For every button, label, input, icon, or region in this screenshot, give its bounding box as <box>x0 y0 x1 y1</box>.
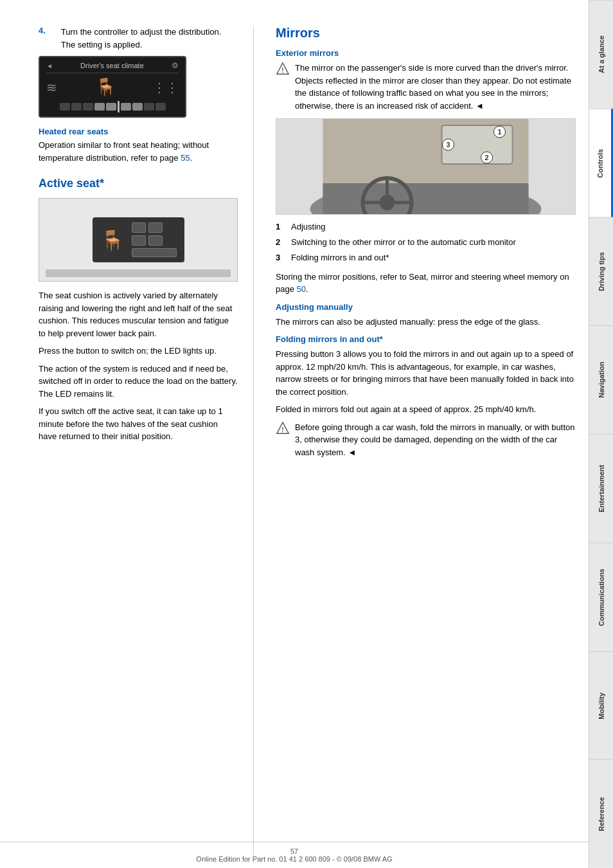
panel-btn-4 <box>148 235 163 246</box>
mirrors-heading: Mirrors <box>276 26 576 41</box>
active-seat-image: 🪑 <box>39 198 238 282</box>
step-number: 4. <box>39 26 46 51</box>
slider-seg-7 <box>132 103 143 111</box>
list-item-2: 2 Switching to the other mirror or to th… <box>276 237 576 248</box>
heated-rear-seats-link[interactable]: 55 <box>181 153 190 163</box>
folding-mirrors-text1: Pressing button 3 allows you to fold the… <box>276 348 576 398</box>
slider-seg-1 <box>60 103 70 111</box>
exterior-mirrors-warning: ! The mirror on the passenger's side is … <box>276 62 576 112</box>
list-item-1: 1 Adjusting <box>276 221 576 233</box>
panel-buttons <box>132 222 177 257</box>
panel-btn-wide <box>132 248 177 257</box>
adjusting-manually-heading: Adjusting manually <box>276 302 576 312</box>
side-seat: ⋮⋮ <box>153 80 179 95</box>
slider-seg-8 <box>144 103 154 111</box>
list-num-1: 1 <box>276 221 285 233</box>
seat-silhouette: 🪑 <box>95 77 116 97</box>
active-seat-body3: The action of the system is reduced and … <box>39 363 238 401</box>
sidebar-tab-at-a-glance[interactable]: At a glance <box>589 0 613 109</box>
right-column: Mirrors Exterior mirrors ! The mirror on… <box>269 26 576 855</box>
left-column: 4. Turn the controller to adjust the dis… <box>39 26 238 855</box>
slider-seg-2 <box>71 103 82 111</box>
panel-btn-3 <box>132 235 146 246</box>
footer-text: Online Edition for Part no. 01 41 2 600 … <box>196 855 392 863</box>
warning-triangle-icon-2: ! <box>276 421 290 435</box>
heat-icon-left: ≋ <box>46 80 57 95</box>
list-num-2: 2 <box>276 237 285 248</box>
warning-triangle-icon: ! <box>276 62 290 76</box>
exterior-mirrors-heading: Exterior mirrors <box>276 48 576 58</box>
sidebar-tab-communications[interactable]: Communications <box>589 543 613 651</box>
sidebar-tab-driving-tips[interactable]: Driving tips <box>589 217 613 326</box>
heated-rear-seats-heading: Heated rear seats <box>39 127 238 136</box>
heated-rear-seats-text: Operation similar to front seat heating;… <box>39 139 238 164</box>
svg-text:!: ! <box>281 426 283 433</box>
panel-btn-row-2 <box>132 235 177 246</box>
storing-link[interactable]: 50 <box>297 284 306 294</box>
active-seat-body1: The seat cushion is actively varied by a… <box>39 289 238 339</box>
display-title-bar: ◄ Driver's seat climate ⚙ <box>46 61 179 73</box>
panel-btn-2 <box>148 222 163 233</box>
display-main-row: ≋ 🪑 ⋮⋮ <box>46 77 179 97</box>
climate-display-image: ◄ Driver's seat climate ⚙ ≋ 🪑 ⋮⋮ <box>39 56 186 118</box>
svg-text:!: ! <box>281 67 283 74</box>
step-4-text: Turn the controller to adjust the distri… <box>61 27 222 37</box>
panel-bottom-bar <box>46 269 231 277</box>
svg-point-6 <box>380 195 395 210</box>
exterior-mirrors-warning-text: The mirror on the passenger's side is mo… <box>295 62 576 112</box>
page-footer: 57 Online Edition for Part no. 01 41 2 6… <box>0 842 589 868</box>
step-4-subtext: The setting is applied. <box>61 40 142 50</box>
column-divider <box>253 26 254 855</box>
active-seat-body4: If you switch off the active seat, it ca… <box>39 405 238 443</box>
display-settings-icon: ⚙ <box>172 61 179 70</box>
sidebar-tab-controls[interactable]: Controls <box>589 109 613 217</box>
sidebar-tab-reference[interactable]: Reference <box>589 759 613 868</box>
mirror-svg: 1 2 3 <box>276 119 575 214</box>
end-arrow-1: ◄ <box>475 101 484 111</box>
svg-rect-4 <box>323 183 529 214</box>
folding-mirrors-text2: Folded in mirrors fold out again at a sp… <box>276 403 576 416</box>
slider-seg-6 <box>121 103 131 111</box>
panel-btn-1 <box>132 222 146 233</box>
list-text-3: Folding mirrors in and out* <box>291 252 389 264</box>
svg-text:2: 2 <box>484 154 488 161</box>
end-arrow-2: ◄ <box>348 448 356 457</box>
sidebar: At a glance Controls Driving tips Naviga… <box>589 0 613 868</box>
list-text-1: Adjusting <box>291 221 325 233</box>
mirror-image: 1 2 3 <box>276 118 576 215</box>
numbered-list: 1 Adjusting 2 Switching to the other mir… <box>276 221 576 264</box>
list-item-3: 3 Folding mirrors in and out* <box>276 252 576 264</box>
sidebar-tab-entertainment[interactable]: Entertainment <box>589 434 613 543</box>
list-num-3: 3 <box>276 252 285 264</box>
slider-seg-3 <box>83 103 93 111</box>
svg-text:3: 3 <box>446 141 450 149</box>
sidebar-tab-mobility[interactable]: Mobility <box>589 651 613 760</box>
panel-btn-row-1 <box>132 222 177 233</box>
active-seat-body2: Press the button to switch on; the LED l… <box>39 345 238 357</box>
storing-text: Storing the mirror positions, refer to S… <box>276 271 576 296</box>
list-text-2: Switching to the other mirror or to the … <box>291 237 516 248</box>
panel-seat-icon: 🪑 <box>100 229 124 251</box>
folding-mirrors-warning: ! Before going through a car wash, fold … <box>276 421 576 459</box>
display-slider-row <box>46 101 179 113</box>
active-seat-heading: Active seat* <box>39 177 238 190</box>
page-number: 57 <box>290 847 298 855</box>
panel-inner: 🪑 <box>93 217 184 262</box>
sidebar-tab-navigation[interactable]: Navigation <box>589 325 613 434</box>
slider-seg-5 <box>106 103 116 111</box>
step-4-container: 4. Turn the controller to adjust the dis… <box>39 26 238 51</box>
display-title: Driver's seat climate <box>80 62 144 69</box>
folding-mirrors-warning-text: Before going through a car wash, fold th… <box>295 421 576 459</box>
svg-text:1: 1 <box>497 128 501 136</box>
adjusting-manually-text: The mirrors can also be adjusted manuall… <box>276 316 576 329</box>
slider-seg-9 <box>155 103 166 111</box>
slider-indicator <box>118 101 120 113</box>
folding-mirrors-heading: Folding mirrors in and out* <box>276 334 576 344</box>
slider-seg-4 <box>94 103 105 111</box>
